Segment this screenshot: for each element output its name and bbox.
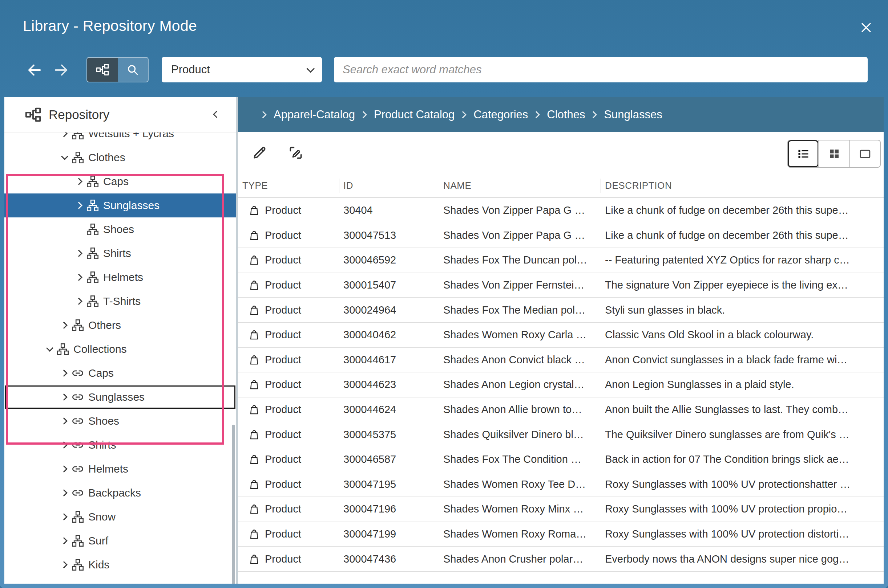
tree-item-clothes[interactable]: Clothes xyxy=(5,146,236,170)
row-description: Like a chunk of fudge on december 26th t… xyxy=(601,230,883,242)
column-header-type[interactable]: TYPE xyxy=(238,174,339,198)
breadcrumb-item-clothes[interactable]: Clothes xyxy=(547,108,585,121)
sitemap-icon xyxy=(96,63,109,76)
table-row[interactable]: Product300047436Shades Anon Crusher pola… xyxy=(238,547,883,572)
column-header-id[interactable]: ID xyxy=(339,174,439,198)
type-filter-value: Product xyxy=(171,63,210,76)
chevron-right-icon[interactable] xyxy=(58,558,71,572)
chevron-down-icon[interactable] xyxy=(43,343,56,356)
tree-item-helmets[interactable]: Helmets xyxy=(5,266,236,289)
row-type: Product xyxy=(265,254,301,266)
sidebar-scrollbar-thumb[interactable] xyxy=(232,424,235,584)
table-row[interactable]: Product300044624Shades Anon Allie brown … xyxy=(238,398,883,423)
breadcrumb-chevron-icon xyxy=(590,111,597,118)
table-row[interactable]: Product300047195Shades Women Roxy Tee D…… xyxy=(238,472,883,497)
grid-view-button[interactable] xyxy=(818,141,849,167)
magnifier-icon xyxy=(126,63,139,76)
close-button[interactable] xyxy=(858,19,875,36)
chevron-right-icon[interactable] xyxy=(58,367,71,380)
table-row[interactable]: Product300047196Shades Women Roxy Minx …… xyxy=(238,497,883,522)
card-view-button[interactable] xyxy=(849,141,880,167)
chevron-right-icon[interactable] xyxy=(73,271,86,284)
tree-item-surf[interactable]: Surf xyxy=(5,529,236,553)
breadcrumb: Apparel-CatalogProduct CatalogCategories… xyxy=(238,97,883,132)
chevron-right-icon[interactable] xyxy=(58,319,71,332)
link-icon xyxy=(71,462,84,476)
open-in-form-button[interactable] xyxy=(284,141,307,164)
main-panel: Apparel-CatalogProduct CatalogCategories… xyxy=(238,97,883,584)
chevron-right-icon[interactable] xyxy=(73,295,86,308)
chevron-right-icon[interactable] xyxy=(73,247,86,260)
row-description: Roxy Sunglasses with 100% UV protection … xyxy=(601,528,883,540)
table-row[interactable]: Product300044623Shades Anon Legion cryst… xyxy=(238,372,883,398)
link-icon xyxy=(71,486,84,500)
category-icon xyxy=(71,319,84,332)
tree-item-sunglasses[interactable]: Sunglasses xyxy=(5,194,236,218)
tree-item-caps[interactable]: Caps xyxy=(5,170,236,194)
chevron-right-icon[interactable] xyxy=(58,414,71,428)
chevron-right-icon[interactable] xyxy=(73,199,86,212)
chevron-right-icon[interactable] xyxy=(73,175,86,188)
table-row[interactable]: Product300044617Shades Anon Convict blac… xyxy=(238,348,883,373)
tree-item-shirts[interactable]: Shirts xyxy=(5,242,236,266)
tree-item-shoes[interactable]: Shoes xyxy=(5,409,236,433)
row-name: Shades Fox The Condition … xyxy=(439,453,601,465)
collapse-sidebar-button[interactable] xyxy=(208,106,223,122)
tree-item-label: Helmets xyxy=(88,463,128,475)
tree-item-helmets[interactable]: Helmets xyxy=(5,457,236,481)
tree-item-label: Shoes xyxy=(88,415,119,427)
edit-button[interactable] xyxy=(248,141,271,164)
table-row[interactable]: Product30404Shades Von Zipper Papa G …Li… xyxy=(238,198,883,223)
table-row[interactable]: Product300015407Shades Von Zipper Fernst… xyxy=(238,273,883,298)
tree-item-others[interactable]: Others xyxy=(5,313,236,337)
row-type: Product xyxy=(265,204,301,216)
breadcrumb-item-categories[interactable]: Categories xyxy=(473,108,528,121)
tree-item-collections[interactable]: Collections xyxy=(5,337,236,361)
row-type: Product xyxy=(265,329,301,341)
search-input[interactable] xyxy=(334,57,868,82)
category-icon xyxy=(71,558,84,571)
type-filter-select[interactable]: Product xyxy=(162,57,322,82)
chevron-right-icon[interactable] xyxy=(58,486,71,500)
table-row[interactable]: Product300046587Shades Fox The Condition… xyxy=(238,447,883,472)
table-row[interactable]: Product300045375Shades Quiksilver Dinero… xyxy=(238,422,883,447)
row-id: 300015407 xyxy=(339,279,439,291)
row-description: Classic Vans Old Skool in a black colour… xyxy=(601,329,883,341)
forward-button[interactable] xyxy=(52,61,70,79)
column-header-name[interactable]: NAME xyxy=(439,174,601,198)
breadcrumb-item-sunglasses[interactable]: Sunglasses xyxy=(604,108,662,121)
list-view-icon xyxy=(797,147,810,160)
chevron-right-icon[interactable] xyxy=(58,510,71,524)
tree-item-backpacks[interactable]: Backpacks xyxy=(5,481,236,505)
table-row[interactable]: Product300047199Shades Women Roxy Roma…R… xyxy=(238,522,883,547)
table-row[interactable]: Product300040462Shades Women Roxy Carla … xyxy=(238,322,883,348)
tree-item-label: Caps xyxy=(88,367,114,379)
arrow-right-icon xyxy=(53,62,69,78)
breadcrumb-item-apparel-catalog[interactable]: Apparel-Catalog xyxy=(274,108,355,121)
row-type: Product xyxy=(265,379,301,390)
chevron-right-icon[interactable] xyxy=(58,462,71,476)
tree-item-caps[interactable]: Caps xyxy=(5,361,236,385)
chevron-right-icon[interactable] xyxy=(58,390,71,404)
tree-item-shirts[interactable]: Shirts xyxy=(5,433,236,457)
tree-item-kids[interactable]: Kids xyxy=(5,553,236,577)
column-header-description[interactable]: DESCRIPTION xyxy=(601,174,883,198)
breadcrumb-item-product-catalog[interactable]: Product Catalog xyxy=(374,108,455,121)
table-row[interactable]: Product300046592Shades Fox The Duncan po… xyxy=(238,248,883,273)
table-row[interactable]: Product300024964Shades Fox The Median po… xyxy=(238,298,883,322)
tree-item-t-shirts[interactable]: T-Shirts xyxy=(5,289,236,313)
tree-item-snow[interactable]: Snow xyxy=(5,505,236,529)
repository-mode-button[interactable] xyxy=(87,58,118,82)
chevron-right-icon[interactable] xyxy=(58,132,71,141)
table-row[interactable]: Product300047513Shades Von Zipper Papa G… xyxy=(238,223,883,248)
chevron-right-icon[interactable] xyxy=(58,534,71,548)
arrow-left-icon xyxy=(26,62,43,78)
tree-item-wetsuits-lycras[interactable]: Wetsuits + Lycras xyxy=(5,132,236,146)
search-mode-button[interactable] xyxy=(118,58,148,82)
chevron-down-icon[interactable] xyxy=(58,151,71,164)
tree-item-sunglasses[interactable]: Sunglasses xyxy=(5,385,236,409)
back-button[interactable] xyxy=(26,61,44,79)
tree-item-shoes[interactable]: Shoes xyxy=(5,218,236,242)
list-view-button[interactable] xyxy=(788,141,818,167)
chevron-right-icon[interactable] xyxy=(58,438,71,452)
